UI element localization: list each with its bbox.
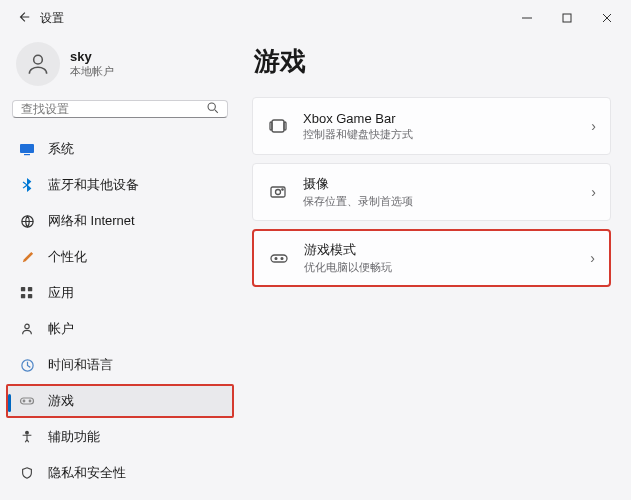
user-account-type: 本地帐户: [70, 64, 114, 79]
svg-rect-13: [28, 294, 32, 298]
sidebar-item-gaming[interactable]: 游戏: [6, 384, 234, 418]
accounts-icon: [18, 322, 36, 336]
sidebar-item-network[interactable]: 网络和 Internet: [8, 204, 232, 238]
svg-rect-22: [284, 122, 286, 130]
svg-point-19: [26, 431, 29, 434]
card-title: 游戏模式: [304, 241, 576, 259]
svg-line-6: [215, 110, 218, 113]
apps-icon: [18, 286, 36, 300]
shield-icon: [18, 466, 36, 480]
sidebar-item-label: 蓝牙和其他设备: [48, 176, 139, 194]
sidebar-item-label: 帐户: [48, 320, 74, 338]
svg-point-18: [29, 400, 31, 402]
svg-rect-26: [271, 255, 287, 262]
avatar: [16, 42, 60, 86]
sidebar-item-label: 游戏: [48, 392, 74, 410]
sidebar-item-system[interactable]: 系统: [8, 132, 232, 166]
svg-rect-8: [24, 154, 30, 155]
close-button[interactable]: [587, 4, 627, 32]
card-game-mode[interactable]: 游戏模式 优化电脑以便畅玩 ›: [252, 229, 611, 287]
sidebar-item-personalize[interactable]: 个性化: [8, 240, 232, 274]
game-mode-icon: [268, 248, 290, 268]
sidebar: sky 本地帐户 系统 蓝牙和其他设备: [0, 36, 240, 500]
svg-rect-16: [21, 398, 34, 404]
card-title: Xbox Game Bar: [303, 111, 577, 126]
card-title: 摄像: [303, 175, 577, 193]
back-button[interactable]: [10, 10, 38, 27]
minimize-button[interactable]: [507, 4, 547, 32]
svg-point-14: [25, 324, 29, 328]
svg-point-17: [23, 400, 25, 402]
chevron-right-icon: ›: [591, 184, 596, 200]
clock-icon: [18, 358, 36, 373]
system-icon: [18, 141, 36, 157]
network-icon: [18, 214, 36, 229]
svg-rect-12: [21, 294, 25, 298]
chevron-right-icon: ›: [590, 250, 595, 266]
svg-point-4: [34, 55, 43, 64]
settings-cards: Xbox Game Bar 控制器和键盘快捷方式 › 摄像 保存位置、录制首选项…: [252, 97, 611, 287]
svg-rect-1: [563, 14, 571, 22]
sidebar-item-label: 系统: [48, 140, 74, 158]
sidebar-item-label: 时间和语言: [48, 356, 113, 374]
content: 游戏 Xbox Game Bar 控制器和键盘快捷方式 › 摄像 保存位置、录: [240, 36, 631, 500]
nav: 系统 蓝牙和其他设备 网络和 Internet 个性化: [8, 132, 232, 500]
card-subtitle: 控制器和键盘快捷方式: [303, 127, 577, 142]
user-block[interactable]: sky 本地帐户: [8, 36, 232, 100]
sidebar-item-windows-update[interactable]: Windows 更新: [8, 492, 232, 500]
sidebar-item-bluetooth[interactable]: 蓝牙和其他设备: [8, 168, 232, 202]
svg-point-25: [282, 189, 283, 190]
accessibility-icon: [18, 430, 36, 444]
sidebar-item-label: 隐私和安全性: [48, 464, 126, 482]
card-captures[interactable]: 摄像 保存位置、录制首选项 ›: [252, 163, 611, 221]
svg-point-28: [281, 258, 283, 260]
sidebar-item-accounts[interactable]: 帐户: [8, 312, 232, 346]
search-box[interactable]: [12, 100, 228, 118]
bluetooth-icon: [18, 178, 36, 192]
personalize-icon: [18, 250, 36, 265]
sidebar-item-label: 应用: [48, 284, 74, 302]
sidebar-item-privacy[interactable]: 隐私和安全性: [8, 456, 232, 490]
xbox-game-bar-icon: [267, 116, 289, 136]
search-input[interactable]: [21, 102, 206, 116]
svg-rect-21: [270, 122, 272, 130]
gaming-icon: [18, 393, 36, 409]
sidebar-item-label: 网络和 Internet: [48, 212, 135, 230]
svg-point-24: [276, 190, 281, 195]
captures-icon: [267, 182, 289, 202]
svg-point-27: [275, 258, 277, 260]
sidebar-item-apps[interactable]: 应用: [8, 276, 232, 310]
maximize-button[interactable]: [547, 4, 587, 32]
svg-rect-7: [20, 144, 34, 153]
sidebar-item-label: 辅助功能: [48, 428, 100, 446]
titlebar: 设置: [0, 0, 631, 36]
svg-point-5: [208, 103, 215, 110]
user-name: sky: [70, 49, 114, 64]
chevron-right-icon: ›: [591, 118, 596, 134]
sidebar-item-time-language[interactable]: 时间和语言: [8, 348, 232, 382]
svg-rect-10: [21, 287, 25, 291]
card-xbox-game-bar[interactable]: Xbox Game Bar 控制器和键盘快捷方式 ›: [252, 97, 611, 155]
card-subtitle: 保存位置、录制首选项: [303, 194, 577, 209]
sidebar-item-label: 个性化: [48, 248, 87, 266]
svg-rect-20: [272, 120, 284, 132]
page-title: 游戏: [254, 44, 611, 79]
search-icon: [206, 101, 219, 117]
svg-rect-11: [28, 287, 32, 291]
card-subtitle: 优化电脑以便畅玩: [304, 260, 576, 275]
window-title: 设置: [40, 10, 64, 27]
sidebar-item-accessibility[interactable]: 辅助功能: [8, 420, 232, 454]
